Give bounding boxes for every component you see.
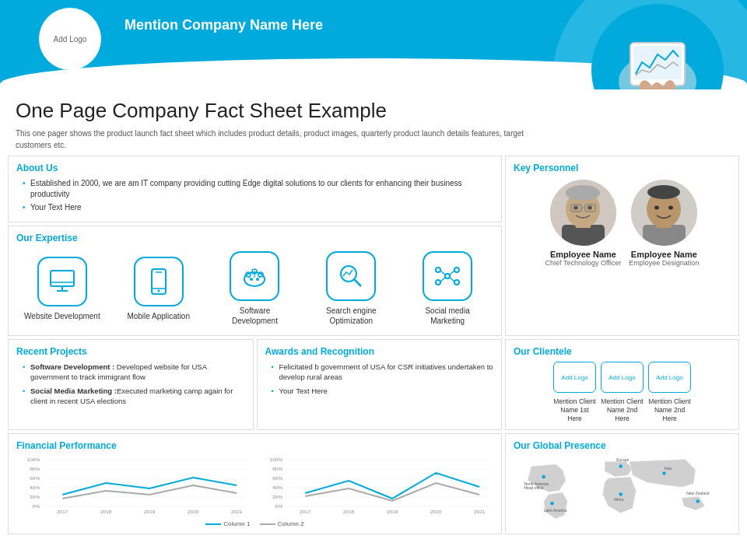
svg-text:Latin America: Latin America [544,509,567,513]
expertise-title: Our Expertise [16,233,493,243]
expertise-label-2: Software Development [216,306,293,326]
svg-text:100%: 100% [269,457,282,462]
expertise-item-3: Search engine Optimization [312,251,390,326]
expertise-item-0: Website Development [23,257,101,321]
svg-text:2018: 2018 [100,509,112,514]
header: Add Logo Mention Company Name Here [0,0,747,89]
svg-point-90 [696,499,700,503]
bottom-left: Recent Projects Software Development : D… [8,339,502,430]
person-avatar-1 [550,180,616,246]
personnel-title: Key Personnel [514,163,731,173]
subtitle: This one pager shows the product launch … [16,128,545,151]
svg-point-44 [454,268,459,272]
personnel-section: Key Personnel [505,156,739,336]
svg-text:2018: 2018 [343,509,355,514]
legend-dot-2 [260,523,275,525]
svg-text:2019: 2019 [144,509,156,514]
client-name-2: Mention Client Name 2nd Here [601,397,644,423]
main-title: One Page Company Fact Sheet Example [16,99,731,123]
svg-point-45 [436,280,440,285]
expertise-label-0: Website Development [24,311,100,321]
svg-text:20%: 20% [272,494,282,499]
network-icon [423,251,472,301]
person-avatar-2 [631,180,697,246]
clientele-section: Our Clientele Add Logo Add Logo Add Logo… [505,339,739,430]
logo-text: Add Logo [54,35,87,44]
chart-2: 100% 80% 60% 40% 20% 0% 2017 2018 2019 2… [259,456,494,518]
svg-point-12 [587,206,592,210]
svg-point-22 [668,206,673,210]
client-name-1: Mention Client Name 1st Here [553,397,596,423]
svg-point-46 [454,280,459,285]
recent-projects-title: Recent Projects [16,346,245,357]
client-logo-2: Add Logo [601,362,644,393]
clientele-logos: Add Logo Add Logo Add Logo [514,362,731,393]
svg-point-10 [566,185,600,201]
svg-point-11 [573,206,578,210]
legend-item-2: Column 2 [260,520,304,527]
legend-label-2: Column 2 [278,520,304,527]
svg-point-43 [436,268,440,272]
about-item-1: Established in 2000, we are am IT compan… [23,178,493,200]
expertise-item-1: Mobile Application [120,257,198,321]
svg-point-87 [662,471,666,475]
map-container: North America Head office Europe Asia La… [514,456,731,526]
svg-line-47 [440,271,445,275]
expertise-label-1: Mobile Application [127,311,190,321]
global-title: Our Global Presence [514,440,731,451]
client-logo-1: Add Logo [553,362,596,393]
person-role-1: Chief Technology Officer [545,259,622,267]
svg-text:80%: 80% [272,466,282,471]
client-name-3: Mention Client Name 2nd Here [648,397,691,423]
title-area: One Page Company Fact Sheet Example This… [0,89,747,156]
svg-text:North America: North America [524,482,549,486]
client-logo-3-text: Add Logo [656,374,682,381]
charts-row: 100% 80% 60% 40% 20% 0% 2017 2018 2019 2… [16,456,493,518]
svg-text:2020: 2020 [430,509,442,514]
logo-placeholder: Add Logo [39,8,101,70]
recent-project-1-bold: Software Development : [30,362,114,371]
award-item-1: Felicitated b government of USA for CSR … [272,362,494,383]
svg-text:100%: 100% [27,457,40,462]
svg-rect-7 [562,225,605,246]
search-analytics-icon [326,251,376,301]
person-card-1: Employee Name Chief Technology Officer [545,180,622,267]
about-list: Established in 2000, we are am IT compan… [16,178,493,213]
svg-text:60%: 60% [272,475,282,481]
svg-text:40%: 40% [30,485,40,490]
awards-title: Awards and Recognition [265,346,494,357]
personnel-grid: Employee Name Chief Technology Officer [514,180,731,267]
svg-point-21 [654,206,659,210]
svg-point-89 [619,492,622,496]
awards-list: Felicitated b government of USA for CSR … [265,362,494,396]
chart-legend: Column 1 Column 2 [16,520,493,527]
svg-line-49 [440,278,445,282]
content-grid: About Us Established in 2000, we are am … [0,156,747,430]
svg-point-36 [256,278,259,281]
svg-point-88 [550,502,554,506]
svg-text:2021: 2021 [231,509,243,514]
svg-line-41 [354,279,361,286]
bottom-bottom: Financial Performance 100% 80% 60% 40% [0,433,747,534]
svg-text:Head office: Head office [524,486,544,490]
legend-dot-1 [205,523,221,525]
cloud-code-icon [230,251,279,301]
svg-rect-23 [51,271,74,286]
recent-project-1: Software Development : Developed website… [23,362,245,383]
svg-text:2017: 2017 [57,509,68,514]
legend-label-1: Column 1 [223,520,250,527]
svg-text:Europe: Europe [616,458,629,462]
financial-title: Financial Performance [16,440,493,451]
expertise-icons: Website Development Mobile Application [16,248,493,329]
clientele-title: Our Clientele [514,346,731,357]
client-logo-2-text: Add Logo [608,374,635,381]
about-section: About Us Established in 2000, we are am … [8,156,502,222]
expertise-label-4: Social media Marketing [409,306,486,326]
svg-text:80%: 80% [30,466,40,471]
svg-point-85 [542,475,545,479]
svg-point-20 [647,185,680,199]
about-item-2: Your Text Here [23,202,493,213]
chart-1: 100% 80% 60% 40% 20% 0% 2017 2018 2019 2… [16,456,251,518]
svg-text:2019: 2019 [387,509,398,514]
svg-text:2017: 2017 [300,509,311,514]
